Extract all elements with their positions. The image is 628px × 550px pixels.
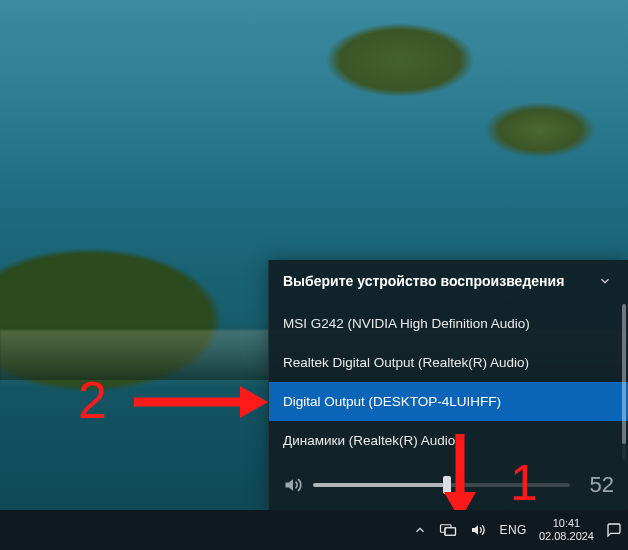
device-item[interactable]: MSI G242 (NVIDIA High Definition Audio) <box>269 304 628 343</box>
volume-slider[interactable] <box>313 483 570 487</box>
language-label: ENG <box>499 523 527 537</box>
svg-marker-0 <box>286 479 294 491</box>
device-item[interactable]: Динамики (Realtek(R) Audio) <box>269 421 628 460</box>
svg-marker-8 <box>472 525 478 534</box>
volume-value: 52 <box>580 472 614 498</box>
flyout-title: Выберите устройство воспроизведения <box>283 273 564 289</box>
tray-volume-icon[interactable] <box>463 510 493 550</box>
device-item[interactable]: Realtek Digital Output (Realtek(R) Audio… <box>269 343 628 382</box>
tray-language[interactable]: ENG <box>493 510 533 550</box>
device-label: Realtek Digital Output (Realtek(R) Audio… <box>283 355 529 370</box>
device-item-selected[interactable]: Digital Output (DESKTOP-4LUIHFF) <box>269 382 628 421</box>
volume-fill <box>313 483 447 487</box>
taskbar: ENG 10:41 02.08.2024 <box>0 510 628 550</box>
speaker-icon[interactable] <box>283 475 303 495</box>
collapse-icon[interactable] <box>594 270 616 292</box>
svg-rect-6 <box>445 528 456 536</box>
flyout-header: Выберите устройство воспроизведения <box>269 260 628 304</box>
device-label: MSI G242 (NVIDIA High Definition Audio) <box>283 316 530 331</box>
device-label: Динамики (Realtek(R) Audio) <box>283 433 460 448</box>
device-list: MSI G242 (NVIDIA High Definition Audio) … <box>269 304 628 460</box>
system-tray: ENG 10:41 02.08.2024 <box>407 510 628 550</box>
clock-date: 02.08.2024 <box>539 530 594 543</box>
device-label: Digital Output (DESKTOP-4LUIHFF) <box>283 394 501 409</box>
tray-network-icon[interactable] <box>433 510 463 550</box>
tray-notifications-icon[interactable] <box>600 510 628 550</box>
volume-thumb[interactable] <box>443 476 451 494</box>
tray-chevron-up-icon[interactable] <box>407 510 433 550</box>
audio-device-flyout: Выберите устройство воспроизведения MSI … <box>268 260 628 512</box>
scrollbar-thumb[interactable] <box>622 304 626 444</box>
clock-time: 10:41 <box>539 517 594 530</box>
tray-clock[interactable]: 10:41 02.08.2024 <box>533 510 600 550</box>
volume-control: 52 <box>269 460 628 512</box>
